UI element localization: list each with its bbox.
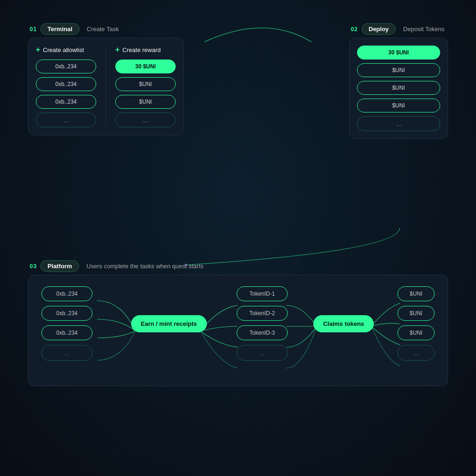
claims-tokens-node[interactable]: Claims tokens bbox=[313, 315, 374, 332]
allowlist-item-1[interactable]: 0xb..234 bbox=[36, 60, 96, 73]
claims-wrapper: Claims tokens bbox=[313, 315, 374, 332]
panel-02-number: 02 bbox=[351, 26, 358, 33]
tab-quest-description[interactable]: Users complete the tasks when quest star… bbox=[83, 261, 207, 271]
col-divider bbox=[106, 46, 106, 127]
right-uni-2[interactable]: $UNI bbox=[397, 306, 435, 321]
right-uni-nodes: $UNI $UNI $UNI ... bbox=[397, 286, 435, 361]
panel-01-tab-row: 01 Terminal Create Task bbox=[28, 23, 184, 35]
panel-01-number: 01 bbox=[30, 26, 37, 33]
deploy-item-1[interactable]: $UNI bbox=[357, 63, 440, 77]
reward-header: + Create reward bbox=[115, 46, 176, 54]
panel-01: 01 Terminal Create Task + Create allowli… bbox=[28, 23, 184, 139]
flow-container: 0xb..234 0xb..234 0xb..234 ... Earn / mi… bbox=[41, 286, 435, 361]
tab-create-task[interactable]: Create Task bbox=[83, 24, 123, 34]
allowlist-item-3[interactable]: 0xb..234 bbox=[36, 95, 96, 109]
allowlist-plus-icon: + bbox=[36, 46, 40, 54]
allowlist-item-2[interactable]: 0xb..234 bbox=[36, 77, 96, 91]
panel-02-body: 30 $UNI $UNI $UNI $UNI ... bbox=[349, 38, 448, 139]
left-node-3[interactable]: 0xb..234 bbox=[41, 325, 93, 340]
allowlist-dots[interactable]: ... bbox=[36, 112, 96, 127]
allowlist-header: + Create allowlist bbox=[36, 46, 96, 54]
token-id-3[interactable]: TokenID-3 bbox=[237, 325, 288, 340]
deploy-item-2[interactable]: $UNI bbox=[357, 81, 440, 95]
token-dots[interactable]: ... bbox=[237, 345, 288, 361]
reward-item-filled[interactable]: 30 $UNI bbox=[115, 60, 176, 73]
right-uni-dots[interactable]: ... bbox=[397, 345, 435, 361]
token-id-1[interactable]: TokenID-1 bbox=[237, 286, 288, 301]
left-node-dots[interactable]: ... bbox=[41, 345, 93, 361]
earn-mint-wrapper: Earn / mint receipts bbox=[131, 315, 207, 332]
reward-plus-icon: + bbox=[115, 46, 119, 54]
allowlist-title: Create allowlist bbox=[43, 46, 84, 53]
deploy-column: 30 $UNI $UNI $UNI $UNI ... bbox=[357, 46, 440, 131]
panel-02: 02 Deploy Deposit Tokens 30 $UNI $UNI $U… bbox=[349, 23, 448, 139]
left-node-2[interactable]: 0xb..234 bbox=[41, 306, 93, 321]
left-node-1[interactable]: 0xb..234 bbox=[41, 286, 93, 301]
tab-deploy[interactable]: Deploy bbox=[362, 23, 396, 35]
reward-dots[interactable]: ... bbox=[115, 112, 176, 127]
allowlist-column: + Create allowlist 0xb..234 0xb..234 0xb… bbox=[36, 46, 96, 127]
bottom-section: 03 Platform Users complete the tasks whe… bbox=[28, 260, 448, 386]
main-container: 01 Terminal Create Task + Create allowli… bbox=[0, 0, 476, 476]
right-uni-3[interactable]: $UNI bbox=[397, 325, 435, 340]
tab-terminal[interactable]: Terminal bbox=[40, 23, 79, 35]
panel-03-number: 03 bbox=[30, 263, 37, 270]
tab-deposit-tokens[interactable]: Deposit Tokens bbox=[399, 24, 448, 34]
deploy-item-filled[interactable]: 30 $UNI bbox=[357, 46, 440, 60]
reward-title: Create reward bbox=[122, 46, 160, 53]
top-section: 01 Terminal Create Task + Create allowli… bbox=[28, 23, 448, 139]
token-id-2[interactable]: TokenID-2 bbox=[237, 306, 288, 321]
bottom-panel-tab-row: 03 Platform Users complete the tasks whe… bbox=[28, 260, 448, 272]
right-uni-1[interactable]: $UNI bbox=[397, 286, 435, 301]
deploy-dots[interactable]: ... bbox=[357, 116, 440, 131]
panel-01-body: + Create allowlist 0xb..234 0xb..234 0xb… bbox=[28, 38, 184, 135]
panel-02-tab-row: 02 Deploy Deposit Tokens bbox=[349, 23, 448, 35]
reward-item-2[interactable]: $UNI bbox=[115, 77, 176, 91]
earn-mint-node[interactable]: Earn / mint receipts bbox=[131, 315, 207, 332]
tab-platform[interactable]: Platform bbox=[40, 260, 79, 272]
token-id-nodes: TokenID-1 TokenID-2 TokenID-3 ... bbox=[237, 286, 288, 361]
reward-column: + Create reward 30 $UNI $UNI $UNI ... bbox=[115, 46, 176, 127]
deploy-item-3[interactable]: $UNI bbox=[357, 99, 440, 112]
panel-03-body: 0xb..234 0xb..234 0xb..234 ... Earn / mi… bbox=[28, 275, 448, 386]
top-spacer bbox=[193, 23, 340, 139]
left-address-nodes: 0xb..234 0xb..234 0xb..234 ... bbox=[41, 286, 93, 361]
reward-item-3[interactable]: $UNI bbox=[115, 95, 176, 109]
